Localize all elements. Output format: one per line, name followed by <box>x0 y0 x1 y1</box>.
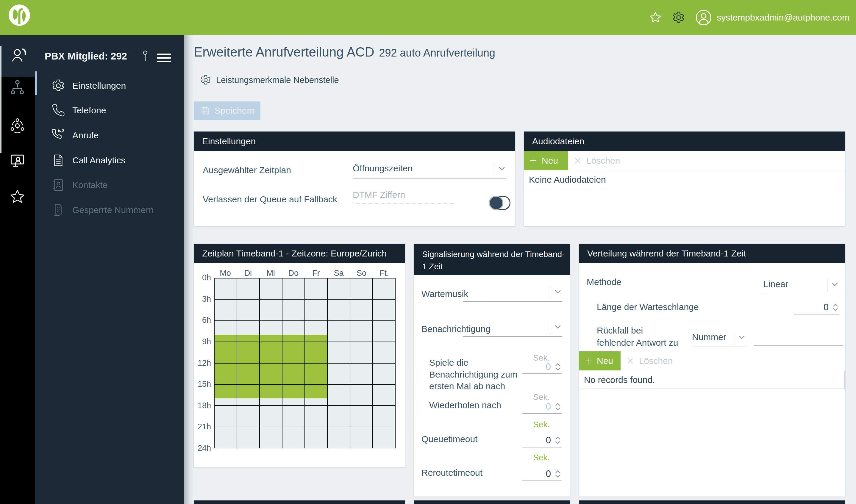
schedule-cell[interactable] <box>237 364 260 385</box>
schedule-cell[interactable] <box>328 342 350 363</box>
schedule-cell[interactable] <box>305 427 328 448</box>
schedule-cell[interactable] <box>305 406 328 427</box>
schedule-cell[interactable] <box>283 342 305 363</box>
schedule-cell[interactable] <box>215 364 237 385</box>
schedule-cell[interactable] <box>373 385 395 406</box>
app-logo[interactable] <box>8 4 31 27</box>
schedule-cell[interactable] <box>305 321 328 342</box>
schedule-cell[interactable] <box>215 300 237 321</box>
schedule-cell[interactable] <box>283 321 305 342</box>
schedule-cell[interactable] <box>215 427 237 448</box>
schedule-cell[interactable] <box>305 385 328 406</box>
schedule-cell[interactable] <box>260 321 283 342</box>
schedule-cell[interactable] <box>237 406 260 427</box>
wartemusik-select[interactable] <box>463 284 562 302</box>
zeitplan-select[interactable]: Öffnungszeiten <box>353 161 506 179</box>
sidebar-item-anrufe[interactable]: Anrufe <box>35 125 188 146</box>
schedule-cell[interactable] <box>305 364 328 385</box>
schedule-cell[interactable] <box>260 278 283 300</box>
schedule-cell[interactable] <box>260 427 283 448</box>
schedule-cell[interactable] <box>350 321 373 342</box>
spinner-icon[interactable] <box>554 435 561 445</box>
schedule-cell[interactable] <box>373 427 395 448</box>
schedule-cell[interactable] <box>283 364 305 385</box>
schedule-cell[interactable] <box>237 427 260 448</box>
schedule-cell[interactable] <box>215 278 237 300</box>
schedule-cell[interactable] <box>350 385 373 406</box>
schedule-cell[interactable] <box>328 385 350 406</box>
schedule-cell[interactable] <box>328 300 350 321</box>
methode-select[interactable]: Linear <box>763 277 839 294</box>
repeat-field[interactable]: 0 <box>522 401 561 414</box>
schedule-cell[interactable] <box>215 321 237 342</box>
fallback-toggle[interactable] <box>489 196 511 210</box>
schedule-cell[interactable] <box>373 278 395 300</box>
schedule-cell[interactable] <box>373 342 395 363</box>
person-monitor-icon[interactable] <box>9 152 25 169</box>
spinner-icon[interactable] <box>554 469 561 479</box>
schedule-cell[interactable] <box>350 300 373 321</box>
fallback-type-select[interactable]: Nummer <box>692 330 746 347</box>
team-settings-icon[interactable] <box>9 118 25 134</box>
feature-link[interactable]: Leistungsmerkmale Nebenstelle <box>200 74 339 86</box>
favorites-rail-icon[interactable] <box>9 188 25 205</box>
schedule-cell[interactable] <box>237 321 260 342</box>
schedule-cell[interactable] <box>305 278 328 300</box>
schedule-cell[interactable] <box>373 321 395 342</box>
schedule-cell[interactable] <box>260 342 283 363</box>
sidebar-item-telefone[interactable]: Telefone <box>35 100 188 121</box>
schedule-cell[interactable] <box>305 300 328 321</box>
schedule-cell[interactable] <box>350 406 373 427</box>
schedule-cell[interactable] <box>215 342 237 363</box>
account-menu[interactable]: systempbxadmin@autphone.com <box>695 9 850 26</box>
verteilung-new-button[interactable]: Neu <box>579 352 621 371</box>
sidebar-item-kontakte[interactable]: Kontakte <box>35 175 188 196</box>
sidebar-item-gesperrte-nummern[interactable]: Gesperrte Nummern <box>35 200 188 220</box>
queuetimeout-field[interactable]: 0 <box>522 435 561 448</box>
schedule-cell[interactable] <box>260 364 283 385</box>
schedule-cell[interactable] <box>215 406 237 427</box>
audio-new-button[interactable]: Neu <box>524 151 568 170</box>
schedule-cell[interactable] <box>328 364 350 385</box>
schedule-cell[interactable] <box>283 406 305 427</box>
benachrichtigung-select[interactable] <box>463 320 562 337</box>
schedule-cell[interactable] <box>237 385 260 406</box>
first-play-field[interactable]: 0 <box>522 361 561 374</box>
sidebar-item-einstellungen[interactable]: Einstellungen <box>35 75 188 96</box>
schedule-cell[interactable] <box>283 278 305 300</box>
schedule-cell[interactable] <box>373 300 395 321</box>
audio-delete-button[interactable]: Löschen <box>571 151 630 170</box>
settings-gear-icon[interactable] <box>672 11 685 24</box>
schedule-cell[interactable] <box>260 300 283 321</box>
spinner-icon[interactable] <box>554 402 561 412</box>
schedule-cell[interactable] <box>260 406 283 427</box>
pin-icon[interactable] <box>143 49 148 63</box>
schedule-cell[interactable] <box>350 364 373 385</box>
fallback-number-input[interactable] <box>754 330 843 346</box>
schedule-grid[interactable] <box>214 278 395 448</box>
schedule-cell[interactable] <box>283 385 305 406</box>
schedule-cell[interactable] <box>350 427 373 448</box>
schedule-cell[interactable] <box>260 385 283 406</box>
spinner-icon[interactable] <box>554 362 561 372</box>
schedule-cell[interactable] <box>283 300 305 321</box>
schedule-cell[interactable] <box>328 278 350 300</box>
menu-toggle-icon[interactable] <box>157 54 171 64</box>
schedule-cell[interactable] <box>237 300 260 321</box>
org-chart-icon[interactable] <box>9 79 25 95</box>
sidebar-scroll-gutter[interactable] <box>184 35 194 504</box>
queue-length-field[interactable]: 0 <box>794 302 839 314</box>
sidebar-item-call-analytics[interactable]: Call Analytics <box>35 150 188 171</box>
rail-scrollbar-thumb[interactable] <box>0 46 1 153</box>
dtmf-input[interactable] <box>353 190 454 203</box>
schedule-cell[interactable] <box>328 406 350 427</box>
schedule-cell[interactable] <box>373 364 395 385</box>
reroutetimeout-field[interactable]: 0 <box>522 469 561 481</box>
schedule-cell[interactable] <box>237 278 260 300</box>
schedule-cell[interactable] <box>237 342 260 363</box>
schedule-cell[interactable] <box>283 427 305 448</box>
schedule-cell[interactable] <box>215 385 237 406</box>
schedule-cell[interactable] <box>305 342 328 363</box>
schedule-cell[interactable] <box>328 427 350 448</box>
schedule-cell[interactable] <box>328 321 350 342</box>
